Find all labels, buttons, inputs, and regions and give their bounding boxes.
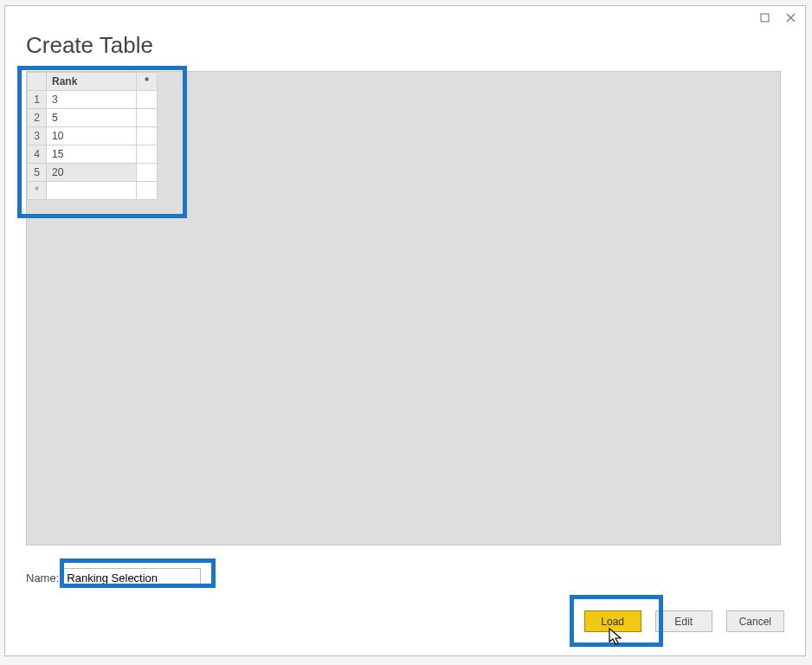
extra-cell[interactable] bbox=[137, 109, 158, 127]
table-name-input[interactable] bbox=[62, 568, 201, 587]
table-row[interactable]: 5 20 bbox=[28, 164, 158, 182]
table-row[interactable]: 2 5 bbox=[28, 109, 158, 127]
load-button[interactable]: Load bbox=[584, 610, 641, 632]
table-new-row[interactable]: * bbox=[28, 182, 158, 200]
row-number: 1 bbox=[28, 91, 47, 109]
row-number: 3 bbox=[28, 127, 47, 145]
col-header-extra[interactable]: * bbox=[137, 73, 158, 91]
window-titlebar bbox=[5, 6, 805, 29]
rank-cell[interactable] bbox=[47, 182, 137, 200]
row-number: 5 bbox=[28, 164, 47, 182]
close-button[interactable] bbox=[777, 8, 803, 27]
dialog-button-row: Load Edit Cancel bbox=[584, 610, 784, 632]
extra-cell[interactable] bbox=[137, 127, 158, 145]
extra-cell[interactable] bbox=[137, 145, 158, 164]
rank-cell[interactable]: 3 bbox=[47, 91, 137, 109]
dialog-title: Create Table bbox=[26, 32, 805, 59]
rank-cell[interactable]: 5 bbox=[47, 109, 137, 127]
data-table[interactable]: Rank * 1 3 2 5 3 10 bbox=[27, 72, 158, 200]
col-header-rownum bbox=[28, 73, 47, 91]
maximize-button[interactable] bbox=[751, 8, 777, 27]
name-row: Name: bbox=[26, 568, 201, 587]
extra-cell[interactable] bbox=[137, 182, 158, 200]
table-row[interactable]: 3 10 bbox=[28, 127, 158, 145]
cancel-button[interactable]: Cancel bbox=[726, 610, 784, 632]
svg-rect-0 bbox=[761, 14, 769, 22]
new-row-indicator: * bbox=[28, 182, 47, 200]
name-label: Name: bbox=[26, 571, 59, 584]
rank-cell[interactable]: 10 bbox=[47, 127, 137, 145]
create-table-dialog: Create Table Rank * 1 3 2 5 bbox=[4, 5, 806, 656]
table-row[interactable]: 1 3 bbox=[28, 91, 158, 109]
edit-button[interactable]: Edit bbox=[655, 610, 712, 632]
extra-cell[interactable] bbox=[137, 91, 158, 109]
extra-cell[interactable] bbox=[137, 164, 158, 182]
row-number: 2 bbox=[28, 109, 47, 127]
table-preview-area: Rank * 1 3 2 5 3 10 bbox=[26, 71, 781, 546]
rank-cell[interactable]: 20 bbox=[47, 164, 137, 182]
rank-cell[interactable]: 15 bbox=[47, 145, 137, 164]
row-number: 4 bbox=[28, 145, 47, 164]
table-row[interactable]: 4 15 bbox=[28, 145, 158, 164]
col-header-rank[interactable]: Rank bbox=[47, 73, 137, 91]
